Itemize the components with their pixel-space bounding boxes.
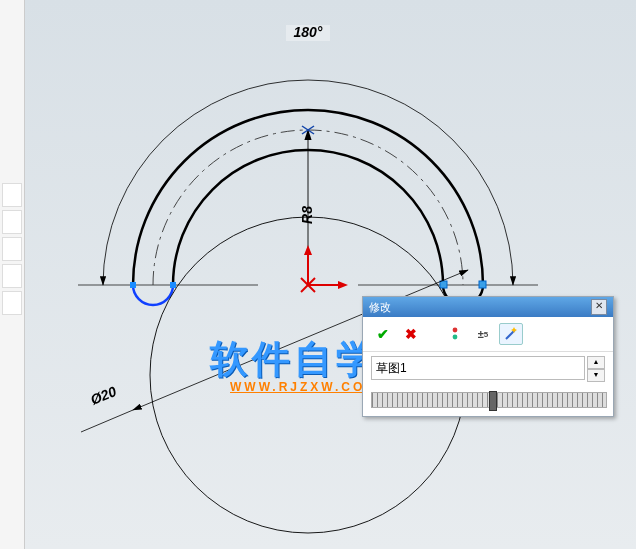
accept-button[interactable]: ✔ [371, 323, 395, 345]
right-cap-handle-1[interactable] [440, 281, 447, 288]
sidebar-tool-3[interactable] [2, 237, 22, 261]
wand-icon [503, 326, 519, 342]
sidebar-tool-1[interactable] [2, 183, 22, 207]
modify-dialog[interactable]: 修改 ✕ ✔ ✖ ±5 ▲ ▼ [362, 296, 614, 417]
dimension-input[interactable] [371, 356, 585, 380]
origin-marker [301, 245, 348, 292]
svg-point-6 [453, 328, 458, 333]
sketch-canvas[interactable]: 180° Ø20 R8 [28, 0, 636, 549]
left-cap-handle-2[interactable] [170, 282, 176, 288]
traffic-light-icon [448, 327, 462, 341]
rebuild-button[interactable] [443, 323, 467, 345]
dim-radius-label[interactable]: R8 [299, 206, 315, 224]
smart-dimension-button[interactable] [499, 323, 523, 345]
sketch-svg: 180° Ø20 R8 [28, 0, 636, 549]
left-cap-arc[interactable] [133, 285, 173, 305]
value-slider[interactable] [371, 392, 607, 408]
sidebar-tool-5[interactable] [2, 291, 22, 315]
dialog-titlebar[interactable]: 修改 ✕ [363, 297, 613, 317]
spinner: ▲ ▼ [587, 356, 605, 382]
close-icon[interactable]: ✕ [591, 299, 607, 315]
dialog-title-text: 修改 [369, 297, 391, 317]
sidebar-tool-4[interactable] [2, 264, 22, 288]
diameter-ext [81, 410, 133, 432]
right-cap-handle-2[interactable] [479, 281, 486, 288]
dialog-input-row: ▲ ▼ [363, 352, 613, 386]
slider-thumb[interactable] [489, 391, 497, 411]
spin-down-button[interactable]: ▼ [587, 369, 605, 382]
sidebar-tool-2[interactable] [2, 210, 22, 234]
dim-180-label[interactable]: 180° [294, 24, 323, 40]
svg-point-7 [453, 335, 458, 340]
tool-sidebar [0, 0, 25, 549]
left-cap-handle-1[interactable] [130, 282, 136, 288]
cancel-button[interactable]: ✖ [399, 323, 423, 345]
dim-diameter-label[interactable]: Ø20 [88, 383, 119, 408]
spin-up-button[interactable]: ▲ [587, 356, 605, 369]
reverse-button[interactable]: ±5 [471, 323, 495, 345]
dialog-toolbar: ✔ ✖ ±5 [363, 317, 613, 352]
watermark-url: WWW.RJZXW.COM [230, 380, 378, 394]
slider-row [363, 386, 613, 416]
